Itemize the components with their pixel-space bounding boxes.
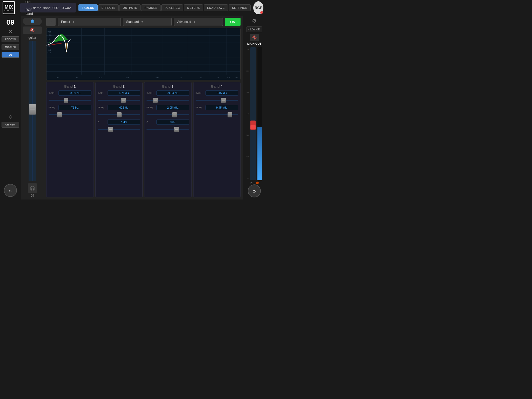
tab-faders[interactable]: FADERS [78,4,98,11]
band-2-q-slider[interactable] [98,127,141,132]
channel-number-bottom: 09 [31,194,34,197]
rcf-logo: RCF [253,1,263,14]
tab-playrec[interactable]: PLAY/REC [161,4,183,11]
band-4-freq-label: FREQ [196,106,204,109]
band-3-q-handle[interactable] [174,127,179,132]
band-4-gain-slider[interactable] [196,98,238,103]
song-name: 001 - RCF band [25,0,33,16]
tab-phones[interactable]: PHONES [141,4,161,11]
tab-settings[interactable]: SETTINGS [229,4,251,11]
band-3-freq-value[interactable]: 2.05 kHz [156,105,189,110]
standard-label: Standard [126,20,139,24]
gear-icon[interactable]: ⚙ [252,18,257,24]
band-2-freq-slider[interactable] [98,112,141,117]
tab-meters[interactable]: METERS [184,4,203,11]
band-4-freq-slider[interactable] [196,112,238,117]
band-2-q-value[interactable]: 1.49 [108,119,141,125]
svg-text:0: 0 [48,41,49,44]
svg-text:20: 20 [56,76,58,79]
band-1-freq-track [49,114,91,115]
multi-fx-button[interactable]: MULTI FX [2,44,19,50]
band-3-gain-value[interactable]: -9.64 dB [156,90,189,96]
band-4-gain-handle[interactable] [221,98,226,103]
preset-label: Preset [61,20,70,24]
band-2-q-row: Q 1.49 [98,119,141,125]
right-fader-handle-inner[interactable] [250,125,256,129]
band-1-freq-value[interactable]: 71 Hz [58,105,91,110]
svg-text:+15: +15 [48,30,51,33]
eq-button[interactable]: EQ [2,52,19,58]
band-3-gain-handle[interactable] [153,98,158,103]
channel-fader[interactable] [29,41,36,181]
back-button[interactable]: ← [46,18,56,26]
advanced-label: Advanced [177,20,191,24]
band-2-gain-value[interactable]: 6.71 dB [108,90,141,96]
band-1-freq-row: FREQ 71 Hz [49,105,91,110]
eq-band-3: Band 3 GAIN -9.64 dB FREQ 2.05 kHz [144,82,192,197]
ch-view-button[interactable]: CH.VIEW [2,122,19,128]
eq-display: +15 +10 +5 0 -5 -10 -15 20 50 100 200 50… [46,28,241,80]
pan-knob-row [23,18,42,25]
band-2-freq-track [98,114,141,115]
band-2-freq-row: FREQ 622 Hz [98,105,141,110]
band-2-gain-handle[interactable] [121,98,126,103]
band-3-q-value[interactable]: 8.07 [156,119,189,125]
band-3-q-label: Q [147,121,155,123]
band-1-freq-slider[interactable] [49,112,91,117]
tab-loadsave[interactable]: LOAD/SAVE [204,4,228,11]
band-3-gain-slider[interactable] [147,98,189,103]
next-button[interactable]: » [248,184,261,197]
main-out-label: MAIN OUT [247,42,261,45]
band-3-q-row: Q 8.07 [147,119,189,125]
band-1-freq-handle[interactable] [57,112,62,117]
eq-toolbar: ← Preset ▼ Standard ▼ Advanced ▼ ON [46,18,241,26]
band-1-gain-value[interactable]: -3.69 dB [58,90,91,96]
svg-text:-10: -10 [48,49,51,51]
band-1-gain-handle[interactable] [64,98,68,103]
main-db-value: -1.52 dB [247,26,262,32]
band-4-freq-value[interactable]: 9.45 kHz [205,105,238,110]
band-2-title: Band 2 [98,84,141,88]
band-3-gain-label: GAIN [147,92,155,94]
band-2-freq-value[interactable]: 622 Hz [108,105,141,110]
band-1-title: Band 1 [49,84,91,88]
pfl-row: PFL [250,181,259,184]
band-2-gain-track [98,100,141,101]
tab-outputs[interactable]: OUTPUTS [119,4,141,11]
pre-dyn-button[interactable]: PRE-DYN [2,36,19,42]
file-name: demo_song_0001_0.wav [33,6,71,10]
headphone-button[interactable]: 🎧 [28,183,37,193]
band-2-gain-slider[interactable] [98,98,141,103]
band-2-q-label: Q [98,121,107,123]
standard-dropdown[interactable]: Standard ▼ [123,18,172,26]
band-3-freq-handle[interactable] [172,112,177,117]
band-4-freq-handle[interactable] [228,112,232,117]
svg-text:2k: 2k [200,76,202,79]
mute-button-right[interactable]: 🔇 [250,34,259,41]
nav-tabs: FADERS EFFECTS OUTPUTS PHONES PLAY/REC M… [78,4,251,11]
preset-dropdown[interactable]: Preset ▼ [58,18,121,26]
right-fader-track[interactable] [250,47,256,180]
header: MIX REMOTE 001 - RCF band demo_song_0001… [0,0,266,16]
mute-button-strip[interactable]: 🔇 [23,26,42,34]
fader-handle[interactable] [29,104,36,115]
advanced-dropdown[interactable]: Advanced ▼ [174,18,223,26]
eq-grid-svg: +15 +10 +5 0 -5 -10 -15 20 50 100 200 50… [46,28,240,80]
fader-scale: 10 20 30 40 50 60 ∞ [247,47,249,180]
band-2-q-handle[interactable] [108,127,113,132]
band-3-freq-row: FREQ 2.05 kHz [147,105,189,110]
band-3-q-slider[interactable] [147,127,189,132]
band-4-gain-value[interactable]: 3.87 dB [205,90,238,96]
pan-knob[interactable] [31,19,34,23]
right-sidebar: ⚙ -1.52 dB 🔇 MAIN OUT 10 20 30 40 50 60 … [243,16,266,200]
band-2-freq-handle[interactable] [117,112,122,117]
channel-label: guitar [28,36,36,39]
standard-arrow: ▼ [141,21,144,23]
prev-button[interactable]: « [4,184,17,197]
band-1-gain-slider[interactable] [49,98,91,103]
band-3-freq-slider[interactable] [147,112,189,117]
eq-bands: Band 1 GAIN -3.69 dB FREQ 71 Hz [46,82,241,197]
on-button[interactable]: ON [225,18,241,26]
band-3-q-track [147,129,189,130]
tab-effects[interactable]: EFFECTS [98,4,119,11]
